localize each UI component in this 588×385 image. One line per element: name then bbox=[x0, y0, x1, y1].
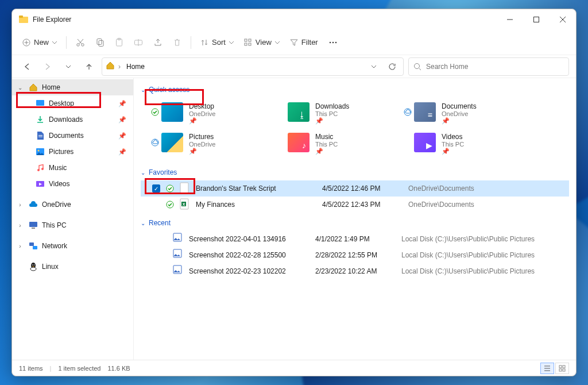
chevron-down-icon: ⌄ bbox=[141, 170, 145, 176]
section-recent[interactable]: ⌄ Recent bbox=[141, 215, 569, 231]
home-icon bbox=[28, 82, 38, 93]
favorite-row[interactable]: X My Finances 4/5/2022 12:43 PM OneDrive… bbox=[141, 197, 569, 213]
svg-rect-32 bbox=[38, 137, 42, 137]
sidebar-item-pictures[interactable]: Pictures 📌 bbox=[12, 144, 133, 160]
sidebar-item-desktop[interactable]: Desktop 📌 bbox=[12, 95, 133, 111]
arrow-left-icon bbox=[23, 63, 31, 71]
window-title: File Explorer bbox=[33, 16, 71, 24]
search-box[interactable] bbox=[408, 57, 569, 76]
favorite-row[interactable]: ✓ Brandon's Star Trek Script 4/5/2022 12… bbox=[141, 180, 569, 197]
sidebar-item-onedrive[interactable]: › OneDrive bbox=[12, 197, 133, 213]
section-quick-access[interactable]: ⌄ Quick access bbox=[141, 82, 569, 98]
thumbnails-view-button[interactable] bbox=[555, 363, 569, 374]
file-name: Screenshot 2022-02-28 125500 bbox=[189, 251, 310, 259]
search-input[interactable] bbox=[426, 63, 564, 71]
qa-item-videos[interactable]: ▶ Videos This PC 📌 bbox=[414, 133, 529, 155]
qa-item-desktop[interactable]: Desktop OneDrive 📌 bbox=[161, 102, 276, 125]
recent-row[interactable]: Screenshot 2022-02-23 102202 2/23/2022 1… bbox=[141, 263, 569, 279]
folder-icon bbox=[161, 102, 183, 122]
filter-button[interactable]: Filter bbox=[285, 33, 323, 52]
rename-button[interactable] bbox=[129, 33, 148, 52]
svg-rect-21 bbox=[245, 43, 247, 45]
svg-point-24 bbox=[332, 41, 334, 43]
qa-name: Desktop bbox=[189, 102, 215, 110]
navigation-pane: ⌄ Home Desktop 📌 Downloads 📌 Documents 📌 bbox=[12, 78, 134, 360]
svg-text:X: X bbox=[183, 202, 185, 206]
section-favorites[interactable]: ⌄ Favorites bbox=[141, 164, 569, 180]
rename-icon bbox=[134, 38, 143, 47]
folder-icon: ▶ bbox=[414, 133, 436, 152]
file-explorer-window: File Explorer New Sort View bbox=[11, 9, 577, 376]
file-date: 4/5/2022 12:43 PM bbox=[322, 201, 403, 209]
view-button[interactable]: View bbox=[239, 33, 284, 52]
cut-button[interactable] bbox=[71, 33, 90, 52]
toolbar: New Sort View Filter bbox=[12, 30, 576, 55]
file-location: OneDrive\Documents bbox=[408, 184, 474, 192]
sort-button[interactable]: Sort bbox=[196, 33, 238, 52]
qa-item-documents[interactable]: ≡ Documents OneDrive 📌 bbox=[414, 102, 529, 125]
new-button[interactable]: New bbox=[18, 33, 61, 52]
copy-button[interactable] bbox=[91, 33, 109, 52]
svg-rect-40 bbox=[29, 242, 34, 246]
recent-locations-button[interactable] bbox=[60, 59, 76, 75]
pc-icon bbox=[28, 220, 38, 230]
play-glyph-icon: ▶ bbox=[426, 141, 432, 150]
sidebar-item-documents[interactable]: Documents 📌 bbox=[12, 128, 133, 144]
paste-button[interactable] bbox=[110, 33, 128, 52]
share-button[interactable] bbox=[149, 33, 167, 52]
music-glyph-icon: ♪ bbox=[302, 141, 306, 150]
folder-icon: ⭳ bbox=[288, 102, 310, 122]
pin-icon: 📌 bbox=[315, 148, 338, 155]
sidebar-item-videos[interactable]: Videos bbox=[12, 176, 133, 192]
delete-button[interactable] bbox=[168, 33, 186, 52]
qa-item-downloads[interactable]: ⭳ Downloads This PC 📌 bbox=[288, 102, 403, 125]
forward-button[interactable] bbox=[40, 59, 56, 75]
section-label: Favorites bbox=[149, 168, 177, 176]
home-icon bbox=[106, 61, 115, 72]
linux-icon bbox=[28, 261, 38, 272]
sidebar-item-linux[interactable]: Linux bbox=[12, 259, 133, 275]
details-view-button[interactable] bbox=[540, 363, 554, 374]
qa-item-pictures[interactable]: Pictures OneDrive 📌 bbox=[161, 133, 276, 155]
pin-icon: 📌 bbox=[189, 148, 215, 155]
sidebar-item-music[interactable]: Music bbox=[12, 160, 133, 176]
desktop-icon bbox=[35, 98, 45, 109]
more-button[interactable] bbox=[324, 33, 342, 52]
folder-icon: ≡ bbox=[414, 102, 436, 122]
svg-rect-3 bbox=[534, 17, 539, 22]
svg-point-43 bbox=[30, 267, 36, 271]
svg-point-35 bbox=[37, 169, 40, 171]
qa-location: OneDrive bbox=[189, 141, 215, 148]
chevron-down-icon: ⌄ bbox=[141, 220, 145, 226]
back-button[interactable] bbox=[19, 59, 35, 75]
address-bar[interactable]: › Home bbox=[102, 57, 404, 76]
recent-row[interactable]: Screenshot 2022-04-01 134916 4/1/2022 1:… bbox=[141, 231, 569, 247]
address-history-button[interactable] bbox=[366, 59, 381, 74]
sidebar-item-label: Linux bbox=[42, 263, 59, 271]
refresh-button[interactable] bbox=[385, 59, 400, 74]
doc-glyph-icon: ≡ bbox=[428, 110, 432, 120]
up-button[interactable] bbox=[81, 59, 97, 75]
close-button[interactable] bbox=[550, 9, 576, 30]
chevron-right-icon: › bbox=[16, 243, 25, 249]
section-label: Quick access bbox=[149, 86, 189, 94]
svg-rect-41 bbox=[33, 246, 37, 249]
minimize-button[interactable] bbox=[497, 9, 523, 30]
chevron-down-icon: ⌄ bbox=[16, 84, 25, 91]
recent-row[interactable]: Screenshot 2022-02-28 125500 2/28/2022 1… bbox=[141, 247, 569, 263]
file-name: Screenshot 2022-04-01 134916 bbox=[189, 235, 310, 243]
chevron-down-icon bbox=[229, 40, 234, 45]
status-bar: 11 items | 1 item selected 11.6 KB bbox=[12, 360, 576, 376]
sidebar-item-network[interactable]: › Network bbox=[12, 238, 133, 254]
synced-badge-icon bbox=[151, 108, 159, 116]
refresh-icon bbox=[388, 63, 396, 71]
view-grid-icon bbox=[244, 38, 252, 47]
sidebar-item-home[interactable]: ⌄ Home bbox=[12, 79, 133, 95]
breadcrumb-home[interactable]: Home bbox=[124, 63, 147, 71]
file-date: 2/28/2022 12:55 PM bbox=[315, 251, 396, 259]
qa-item-music[interactable]: ♪ Music This PC 📌 bbox=[288, 133, 403, 155]
maximize-button[interactable] bbox=[523, 9, 550, 30]
sidebar-item-downloads[interactable]: Downloads 📌 bbox=[12, 111, 133, 128]
checkbox-checked-icon[interactable]: ✓ bbox=[152, 184, 160, 192]
sidebar-item-thispc[interactable]: › This PC bbox=[12, 217, 133, 233]
